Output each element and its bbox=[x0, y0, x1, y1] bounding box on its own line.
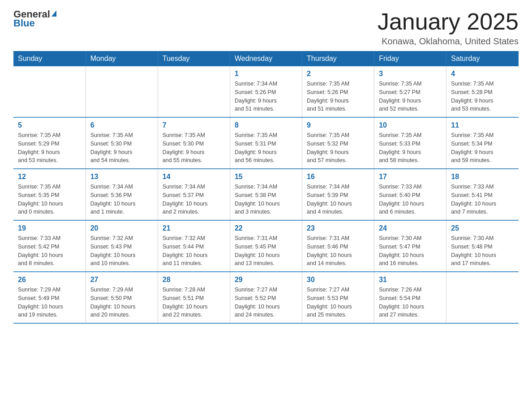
day-info: Sunrise: 7:33 AM Sunset: 5:41 PM Dayligh… bbox=[451, 183, 514, 216]
day-number: 29 bbox=[235, 276, 297, 284]
calendar-week-row: 26Sunrise: 7:29 AM Sunset: 5:49 PM Dayli… bbox=[13, 272, 519, 323]
day-info: Sunrise: 7:30 AM Sunset: 5:48 PM Dayligh… bbox=[451, 234, 514, 268]
calendar-cell: 14Sunrise: 7:34 AM Sunset: 5:37 PM Dayli… bbox=[158, 169, 230, 220]
weekday-header-monday: Monday bbox=[86, 51, 158, 66]
day-number: 3 bbox=[379, 70, 442, 78]
day-info: Sunrise: 7:33 AM Sunset: 5:42 PM Dayligh… bbox=[18, 234, 81, 268]
day-info: Sunrise: 7:34 AM Sunset: 5:38 PM Dayligh… bbox=[235, 183, 297, 216]
day-number: 17 bbox=[379, 173, 442, 181]
calendar-cell: 18Sunrise: 7:33 AM Sunset: 5:41 PM Dayli… bbox=[446, 169, 519, 220]
day-number: 7 bbox=[163, 121, 225, 129]
day-number: 13 bbox=[90, 173, 153, 181]
location-subtitle: Konawa, Oklahoma, United States bbox=[378, 36, 519, 47]
calendar-cell: 2Sunrise: 7:35 AM Sunset: 5:26 PM Daylig… bbox=[302, 66, 374, 117]
weekday-header-row: SundayMondayTuesdayWednesdayThursdayFrid… bbox=[13, 51, 519, 66]
day-number: 5 bbox=[18, 121, 81, 129]
calendar-cell: 1Sunrise: 7:34 AM Sunset: 5:26 PM Daylig… bbox=[230, 66, 302, 117]
calendar-cell: 9Sunrise: 7:35 AM Sunset: 5:32 PM Daylig… bbox=[302, 117, 374, 169]
weekday-header-saturday: Saturday bbox=[446, 51, 519, 66]
calendar-cell: 24Sunrise: 7:30 AM Sunset: 5:47 PM Dayli… bbox=[374, 220, 446, 272]
calendar-week-row: 5Sunrise: 7:35 AM Sunset: 5:29 PM Daylig… bbox=[13, 117, 519, 169]
calendar-cell: 19Sunrise: 7:33 AM Sunset: 5:42 PM Dayli… bbox=[13, 220, 86, 272]
day-info: Sunrise: 7:35 AM Sunset: 5:30 PM Dayligh… bbox=[90, 131, 153, 165]
day-number: 24 bbox=[379, 224, 442, 232]
month-title: January 2025 bbox=[378, 9, 519, 34]
calendar-cell bbox=[446, 272, 519, 323]
day-number: 16 bbox=[307, 173, 369, 181]
day-number: 28 bbox=[163, 276, 225, 284]
day-info: Sunrise: 7:31 AM Sunset: 5:45 PM Dayligh… bbox=[235, 234, 297, 268]
day-info: Sunrise: 7:35 AM Sunset: 5:28 PM Dayligh… bbox=[451, 80, 514, 113]
day-info: Sunrise: 7:29 AM Sunset: 5:50 PM Dayligh… bbox=[90, 286, 153, 319]
day-info: Sunrise: 7:35 AM Sunset: 5:26 PM Dayligh… bbox=[307, 80, 369, 113]
day-info: Sunrise: 7:31 AM Sunset: 5:46 PM Dayligh… bbox=[307, 234, 369, 268]
day-number: 14 bbox=[163, 173, 225, 181]
weekday-header-thursday: Thursday bbox=[302, 51, 374, 66]
calendar-cell: 27Sunrise: 7:29 AM Sunset: 5:50 PM Dayli… bbox=[86, 272, 158, 323]
day-info: Sunrise: 7:34 AM Sunset: 5:37 PM Dayligh… bbox=[163, 183, 225, 216]
calendar-table: SundayMondayTuesdayWednesdayThursdayFrid… bbox=[13, 51, 519, 324]
day-number: 4 bbox=[451, 70, 514, 78]
page-header: General Blue January 2025 Konawa, Oklaho… bbox=[13, 9, 519, 47]
calendar-cell: 5Sunrise: 7:35 AM Sunset: 5:29 PM Daylig… bbox=[13, 117, 86, 169]
day-info: Sunrise: 7:32 AM Sunset: 5:43 PM Dayligh… bbox=[90, 234, 153, 268]
day-number: 2 bbox=[307, 70, 369, 78]
calendar-cell: 25Sunrise: 7:30 AM Sunset: 5:48 PM Dayli… bbox=[446, 220, 519, 272]
calendar-cell: 12Sunrise: 7:35 AM Sunset: 5:35 PM Dayli… bbox=[13, 169, 86, 220]
day-number: 1 bbox=[235, 70, 297, 78]
day-number: 23 bbox=[307, 224, 369, 232]
day-number: 19 bbox=[18, 224, 81, 232]
weekday-header-sunday: Sunday bbox=[13, 51, 86, 66]
calendar-cell: 6Sunrise: 7:35 AM Sunset: 5:30 PM Daylig… bbox=[86, 117, 158, 169]
day-info: Sunrise: 7:28 AM Sunset: 5:51 PM Dayligh… bbox=[163, 286, 225, 319]
day-number: 25 bbox=[451, 224, 514, 232]
day-info: Sunrise: 7:35 AM Sunset: 5:33 PM Dayligh… bbox=[379, 131, 442, 165]
calendar-cell: 22Sunrise: 7:31 AM Sunset: 5:45 PM Dayli… bbox=[230, 220, 302, 272]
calendar-cell: 17Sunrise: 7:33 AM Sunset: 5:40 PM Dayli… bbox=[374, 169, 446, 220]
weekday-header-friday: Friday bbox=[374, 51, 446, 66]
day-number: 18 bbox=[451, 173, 514, 181]
calendar-cell: 15Sunrise: 7:34 AM Sunset: 5:38 PM Dayli… bbox=[230, 169, 302, 220]
calendar-cell: 21Sunrise: 7:32 AM Sunset: 5:44 PM Dayli… bbox=[158, 220, 230, 272]
weekday-header-wednesday: Wednesday bbox=[230, 51, 302, 66]
day-number: 12 bbox=[18, 173, 81, 181]
day-info: Sunrise: 7:35 AM Sunset: 5:29 PM Dayligh… bbox=[18, 131, 81, 165]
day-info: Sunrise: 7:35 AM Sunset: 5:27 PM Dayligh… bbox=[379, 80, 442, 113]
calendar-cell: 26Sunrise: 7:29 AM Sunset: 5:49 PM Dayli… bbox=[13, 272, 86, 323]
calendar-cell: 20Sunrise: 7:32 AM Sunset: 5:43 PM Dayli… bbox=[86, 220, 158, 272]
calendar-week-row: 19Sunrise: 7:33 AM Sunset: 5:42 PM Dayli… bbox=[13, 220, 519, 272]
day-number: 27 bbox=[90, 276, 153, 284]
calendar-cell bbox=[86, 66, 158, 117]
day-info: Sunrise: 7:34 AM Sunset: 5:39 PM Dayligh… bbox=[307, 183, 369, 216]
calendar-cell: 30Sunrise: 7:27 AM Sunset: 5:53 PM Dayli… bbox=[302, 272, 374, 323]
calendar-cell: 3Sunrise: 7:35 AM Sunset: 5:27 PM Daylig… bbox=[374, 66, 446, 117]
day-info: Sunrise: 7:34 AM Sunset: 5:26 PM Dayligh… bbox=[235, 80, 297, 113]
calendar-cell: 7Sunrise: 7:35 AM Sunset: 5:30 PM Daylig… bbox=[158, 117, 230, 169]
day-number: 10 bbox=[379, 121, 442, 129]
day-info: Sunrise: 7:35 AM Sunset: 5:34 PM Dayligh… bbox=[451, 131, 514, 165]
calendar-cell: 11Sunrise: 7:35 AM Sunset: 5:34 PM Dayli… bbox=[446, 117, 519, 169]
logo-blue: Blue bbox=[13, 18, 35, 29]
day-info: Sunrise: 7:29 AM Sunset: 5:49 PM Dayligh… bbox=[18, 286, 81, 319]
day-info: Sunrise: 7:34 AM Sunset: 5:36 PM Dayligh… bbox=[90, 183, 153, 216]
day-number: 30 bbox=[307, 276, 369, 284]
weekday-header-tuesday: Tuesday bbox=[158, 51, 230, 66]
day-info: Sunrise: 7:35 AM Sunset: 5:31 PM Dayligh… bbox=[235, 131, 297, 165]
title-section: January 2025 Konawa, Oklahoma, United St… bbox=[378, 9, 519, 47]
day-info: Sunrise: 7:33 AM Sunset: 5:40 PM Dayligh… bbox=[379, 183, 442, 216]
calendar-cell: 29Sunrise: 7:27 AM Sunset: 5:52 PM Dayli… bbox=[230, 272, 302, 323]
day-info: Sunrise: 7:35 AM Sunset: 5:35 PM Dayligh… bbox=[18, 183, 81, 216]
calendar-cell: 10Sunrise: 7:35 AM Sunset: 5:33 PM Dayli… bbox=[374, 117, 446, 169]
day-info: Sunrise: 7:32 AM Sunset: 5:44 PM Dayligh… bbox=[163, 234, 225, 268]
calendar-cell: 23Sunrise: 7:31 AM Sunset: 5:46 PM Dayli… bbox=[302, 220, 374, 272]
day-info: Sunrise: 7:35 AM Sunset: 5:32 PM Dayligh… bbox=[307, 131, 369, 165]
day-info: Sunrise: 7:26 AM Sunset: 5:54 PM Dayligh… bbox=[379, 286, 442, 319]
calendar-cell: 4Sunrise: 7:35 AM Sunset: 5:28 PM Daylig… bbox=[446, 66, 519, 117]
calendar-cell: 31Sunrise: 7:26 AM Sunset: 5:54 PM Dayli… bbox=[374, 272, 446, 323]
day-number: 15 bbox=[235, 173, 297, 181]
calendar-cell: 28Sunrise: 7:28 AM Sunset: 5:51 PM Dayli… bbox=[158, 272, 230, 323]
day-number: 26 bbox=[18, 276, 81, 284]
calendar-cell bbox=[158, 66, 230, 117]
calendar-cell bbox=[13, 66, 86, 117]
calendar-cell: 8Sunrise: 7:35 AM Sunset: 5:31 PM Daylig… bbox=[230, 117, 302, 169]
